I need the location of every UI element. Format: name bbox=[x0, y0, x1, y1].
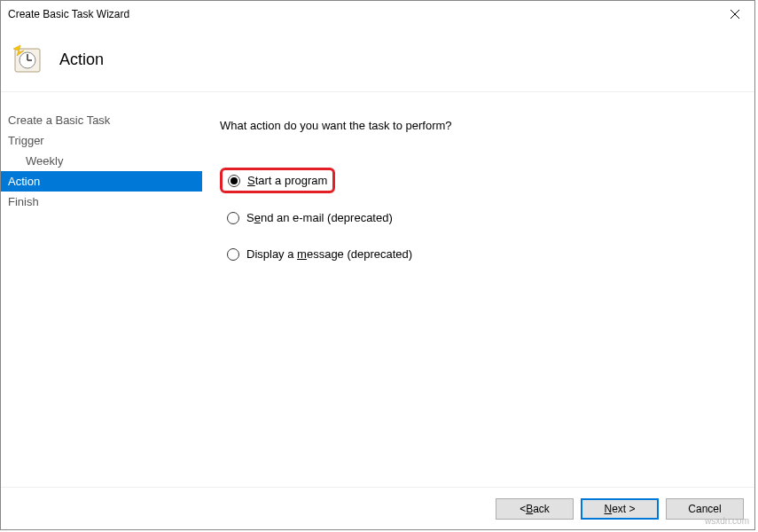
wizard-step-trigger[interactable]: Trigger bbox=[1, 130, 202, 151]
close-button[interactable] bbox=[715, 1, 754, 27]
action-radio-group: Start a programSend an e-mail (deprecate… bbox=[220, 168, 737, 266]
wizard-step-create-a-basic-task[interactable]: Create a Basic Task bbox=[1, 110, 202, 130]
action-option-1[interactable]: Send an e-mail (deprecated) bbox=[220, 206, 400, 230]
radio-icon bbox=[228, 175, 240, 187]
radio-icon bbox=[227, 248, 239, 261]
watermark: wsxdn.com bbox=[705, 516, 749, 526]
wizard-header: Action bbox=[1, 27, 754, 91]
wizard-step-weekly[interactable]: Weekly bbox=[1, 151, 202, 171]
action-option-2[interactable]: Display a message (deprecated) bbox=[220, 242, 419, 266]
wizard-footer: < Back Next > Cancel bbox=[1, 487, 754, 529]
wizard-body: Create a Basic TaskTriggerWeeklyActionFi… bbox=[1, 91, 754, 487]
window-title: Create Basic Task Wizard bbox=[8, 8, 129, 20]
close-icon bbox=[731, 10, 739, 19]
clock-wizard-icon bbox=[12, 43, 43, 75]
titlebar: Create Basic Task Wizard bbox=[1, 1, 754, 27]
action-option-0[interactable]: Start a program bbox=[220, 168, 335, 193]
action-option-label: Display a message (deprecated) bbox=[246, 247, 412, 261]
wizard-window: Create Basic Task Wizard Action Create a… bbox=[0, 0, 755, 530]
action-prompt: What action do you want the task to perf… bbox=[220, 119, 737, 132]
wizard-content: What action do you want the task to perf… bbox=[202, 92, 754, 487]
radio-icon bbox=[227, 212, 239, 224]
action-option-label: Start a program bbox=[247, 174, 327, 187]
wizard-step-action[interactable]: Action bbox=[1, 171, 202, 192]
next-button[interactable]: Next > bbox=[581, 498, 659, 520]
action-option-label: Send an e-mail (deprecated) bbox=[246, 211, 393, 224]
wizard-steps-sidebar: Create a Basic TaskTriggerWeeklyActionFi… bbox=[1, 92, 202, 487]
page-title: Action bbox=[59, 51, 104, 69]
wizard-step-finish[interactable]: Finish bbox=[1, 192, 202, 212]
back-button[interactable]: < Back bbox=[496, 498, 574, 520]
